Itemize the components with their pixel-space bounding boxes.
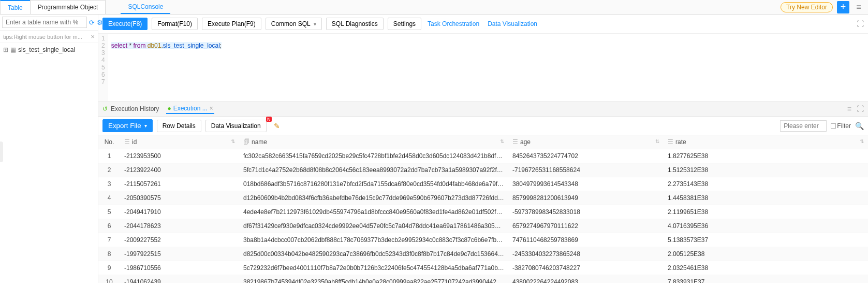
col-header-age[interactable]: ☰age⇅ [508,135,664,149]
sort-icon[interactable]: ⇅ [500,138,504,144]
cell-rate: 2.0325461E38 [664,261,868,275]
expand-editor-icon[interactable]: ⛶ [857,20,864,28]
cell-no: 8 [98,247,120,261]
result-grid: No. ☰id⇅ 🗐name⇅ ☰age⇅ ☰rate⇅ 1-212395350… [98,135,868,283]
list-icon: ☰ [512,138,518,146]
cell-no: 10 [98,275,120,284]
table-row[interactable]: 5-20494179104ede4e8ef7b2112973f61029db45… [98,205,868,219]
table-row[interactable]: 7-20092275523ba8b1a4dcbcc007cb2062dbf888… [98,233,868,247]
sort-icon[interactable]: ⇅ [860,138,864,144]
filter-toggle[interactable]: Filter [831,122,851,130]
cell-rate: 1.5125312E38 [664,163,868,177]
sort-icon[interactable]: ⇅ [655,138,659,144]
text-icon: 🗐 [243,138,249,146]
cell-age: -5973789983452833018 [508,205,664,219]
cell-no: 4 [98,191,120,205]
cell-rate: 7.833931E37 [664,275,868,284]
col-header-id[interactable]: ☰id⇅ [120,135,239,149]
cell-name: d825d00c00334b042be482590293ca7c38696fb0… [239,247,508,261]
export-file-button[interactable]: Export File▾ [102,119,153,132]
common-sql-dropdown[interactable]: Common SQL▾ [266,18,322,30]
cell-name: 4ede4e8ef7b2112973f61029db455974796a1d8b… [239,205,508,219]
cell-age: 7476110468259783869 [508,233,664,247]
tree-expand-icon[interactable]: ⊞ [3,46,8,53]
table-row[interactable]: 6-2044178623df67f31429cef930e9dfcac0324c… [98,219,868,233]
tree-item-label: sls_test_single_local [18,46,75,53]
sql-toolbar: Execute(F8) Format(F10) Execute Plan(F9)… [98,15,868,34]
cell-id: -2049417910 [120,205,239,219]
col-header-rate[interactable]: ☰rate⇅ [664,135,868,149]
col-header-name[interactable]: 🗐name⇅ [239,135,508,149]
settings-button[interactable]: Settings [388,18,421,30]
cell-name: df67f31429cef930e9dfcac0324cde9992ee04d5… [239,219,508,233]
refresh-icon[interactable]: ⟳ [89,19,95,26]
execution-history-tab[interactable]: Execution History [111,105,159,112]
table-row[interactable]: 1-2123953500fc302ca582c6635415fa7659cd20… [98,149,868,163]
result-search-input[interactable] [780,120,827,132]
tab-programmable-object[interactable]: Programmable Object [30,0,106,14]
cell-rate: 2.005125E38 [664,247,868,261]
menu-icon[interactable]: ≡ [854,3,864,12]
new-badge: N [266,117,272,122]
cell-id: -2115057261 [120,177,239,191]
format-button[interactable]: Format(F10) [152,18,198,30]
tab-sqlconsole[interactable]: SQLConsole [121,0,170,14]
table-row[interactable]: 3-2115057261018bd686adf3b5716c8716280f13… [98,177,868,191]
table-row[interactable]: 2-21239224005fc71d1c4a2752e2b68d8f08b8c2… [98,163,868,177]
cell-no: 1 [98,149,120,163]
sidebar-collapse-handle[interactable] [0,142,3,162]
cell-id: -2123953500 [120,149,239,163]
cell-name: 5fc71d1c4a2752e2b68d8f08b8c2064c56c183ee… [239,163,508,177]
table-search-input[interactable] [2,17,87,28]
execution-tabs: ↻ Execution History ● Execution ... × ≡ … [98,102,868,117]
cell-id: -2044178623 [120,219,239,233]
execution-result-tab[interactable]: ● Execution ... × [166,104,214,114]
cell-no: 6 [98,219,120,233]
editor-code[interactable]: select * from db01.sls_test_single_local… [108,34,225,101]
cell-age: 8452643735224774702 [508,149,664,163]
table-row[interactable]: 4-2050390575d12b60609b4b2bd0834f6cfb36ab… [98,191,868,205]
cell-age: -3827080746203748227 [508,261,664,275]
close-tab-icon[interactable]: × [210,105,213,112]
tab-table[interactable]: Table [0,0,31,14]
data-visualization-link[interactable]: Data Visualization [486,18,539,30]
execute-plan-button[interactable]: Execute Plan(F9) [202,18,261,30]
cell-age: 3804979993614543348 [508,177,664,191]
sql-diagnostics-button[interactable]: SQL Diagnostics [326,18,384,30]
close-tips-icon[interactable]: × [91,33,95,40]
sort-icon[interactable]: ⇅ [231,138,235,144]
cell-name: 3ba8b1a4dcbcc007cb2062dbf888c178c7069377… [239,233,508,247]
search-icon[interactable]: 🔍 [855,122,864,130]
table-row[interactable]: 8-1997922515d825d00c00334b042be482590293… [98,247,868,261]
try-new-editor-button[interactable]: Try New Editor [781,2,833,12]
cell-rate: 4.0716395E36 [664,219,868,233]
sidebar-tips: tips:Right mouse button for m... × [0,31,98,43]
new-tab-plus-button[interactable]: + [837,1,849,13]
cell-id: -1941062439 [120,275,239,284]
cell-id: -2009227552 [120,233,239,247]
sql-editor[interactable]: 1234567 select * from db01.sls_test_sing… [98,34,868,102]
history-icon: ↻ [102,105,108,112]
cell-name: fc302ca582c6635415fa7659cd2025be29c5fc47… [239,149,508,163]
cell-age: 4380022264224492083 [508,275,664,284]
editor-gutter: 1234567 [98,34,108,101]
panel-menu-icon[interactable]: ≡ [847,105,851,113]
lock-edit-icon[interactable]: ✎ [274,122,280,130]
table-row[interactable]: 9-19867105565c729232d6f7beed4001110f7b8a… [98,261,868,275]
row-details-button[interactable]: Row Details [157,120,201,132]
task-orchestration-link[interactable]: Task Orchestration [425,18,481,30]
col-header-no[interactable]: No. [98,135,120,149]
table-row[interactable]: 10-194106243938219867b745394df02e32350ab… [98,275,868,284]
data-visualization-button[interactable]: Data Visualization [205,120,267,132]
cell-no: 9 [98,261,120,275]
execute-button[interactable]: Execute(F8) [102,18,148,30]
panel-expand-icon[interactable]: ⛶ [857,105,864,113]
chevron-down-icon: ▾ [144,123,147,129]
cell-rate: 2.2735143E38 [664,177,868,191]
cell-age: -2453304032273865248 [508,247,664,261]
tree-item-table[interactable]: ⊞ ▦ sls_test_single_local [3,46,95,53]
cell-age: 8579998281200613949 [508,191,664,205]
result-grid-wrapper[interactable]: No. ☰id⇅ 🗐name⇅ ☰age⇅ ☰rate⇅ 1-212395350… [98,135,868,283]
top-tab-bar: Table Programmable Object SQLConsole Try… [0,0,868,15]
success-check-icon: ● [167,105,171,112]
